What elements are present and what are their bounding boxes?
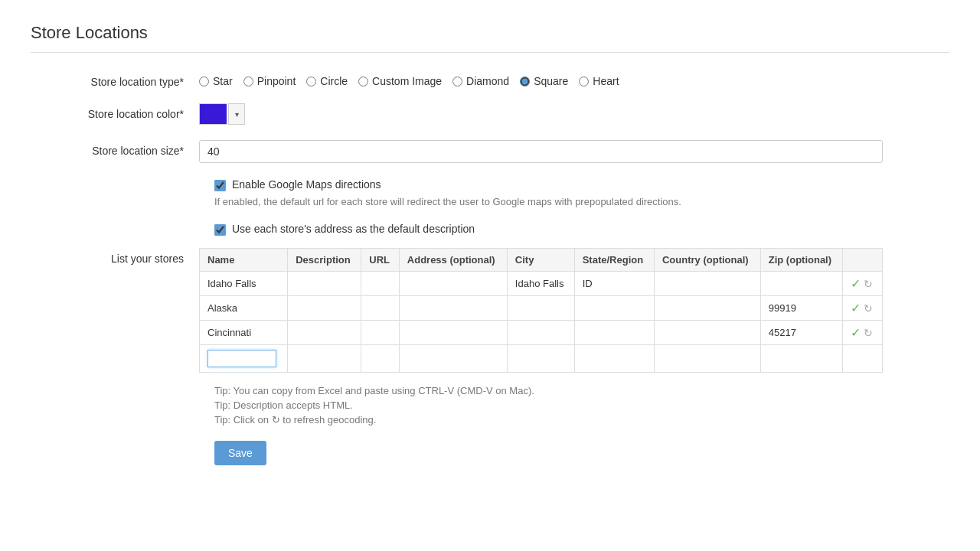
cell-state: ID — [574, 272, 654, 296]
radio-option-diamond[interactable]: Diamond — [452, 75, 509, 87]
cell-new-zip — [760, 345, 842, 373]
refresh-icon[interactable]: ↻ — [864, 278, 873, 290]
radio-heart[interactable] — [579, 77, 589, 86]
refresh-icon[interactable]: ↻ — [864, 327, 873, 339]
cell-country — [654, 321, 760, 345]
action-icons: ✓ ↻ — [851, 301, 874, 315]
cell-new-description — [288, 345, 361, 373]
col-url: URL — [361, 249, 400, 272]
col-description: Description — [288, 249, 361, 272]
cell-zip: 45217 — [760, 321, 842, 345]
google-maps-row: Enable Google Maps directions — [214, 178, 949, 191]
radio-option-square[interactable]: Square — [520, 75, 568, 87]
col-actions — [843, 249, 883, 272]
radio-option-star[interactable]: Star — [199, 75, 233, 87]
cell-name: Idaho Falls — [200, 272, 288, 296]
location-size-label: Store location size* — [46, 140, 199, 157]
cell-new-url — [361, 345, 400, 373]
radio-custom-image-label: Custom Image — [372, 75, 442, 87]
section-divider — [31, 52, 949, 53]
cell-url — [361, 296, 400, 321]
default-desc-label[interactable]: Use each store's address as the default … — [232, 223, 475, 235]
cell-actions: ✓ ↻ — [843, 296, 883, 321]
google-maps-checkbox[interactable] — [214, 180, 226, 191]
radio-diamond-label: Diamond — [466, 75, 509, 87]
color-picker-wrapper: ▾ — [199, 103, 949, 125]
radio-circle-label: Circle — [320, 75, 348, 87]
cell-state — [574, 321, 654, 345]
radio-pinpoint[interactable] — [243, 77, 253, 86]
save-row: Save — [214, 441, 949, 465]
color-swatch[interactable] — [199, 103, 227, 125]
save-button[interactable]: Save — [214, 441, 266, 465]
cell-new-city — [507, 345, 574, 373]
location-type-row: Store location type* Star Pinpoint Circl… — [46, 71, 949, 88]
col-address: Address (optional) — [399, 249, 507, 272]
cell-new-name — [200, 345, 288, 373]
check-icon[interactable]: ✓ — [851, 325, 861, 340]
location-type-label: Store location type* — [46, 71, 199, 88]
default-desc-checkbox[interactable] — [214, 224, 226, 236]
cell-new-country — [654, 345, 760, 373]
form-section: Store location type* Star Pinpoint Circl… — [46, 71, 949, 465]
radio-diamond[interactable] — [452, 77, 462, 86]
check-icon[interactable]: ✓ — [851, 276, 861, 291]
radio-custom-image[interactable] — [358, 77, 368, 86]
google-maps-label[interactable]: Enable Google Maps directions — [232, 178, 381, 191]
radio-option-heart[interactable]: Heart — [579, 75, 619, 87]
cell-city: Idaho Falls — [507, 272, 574, 296]
size-input-control — [199, 140, 949, 163]
new-name-input[interactable] — [207, 350, 276, 367]
cell-address — [399, 296, 507, 321]
stores-section-label: List your stores — [46, 248, 199, 265]
cell-new-actions — [843, 345, 883, 373]
refresh-tip-icon: ↻ — [272, 414, 280, 425]
dropdown-arrow-icon: ▾ — [235, 110, 239, 119]
color-dropdown-button[interactable]: ▾ — [228, 103, 245, 125]
stores-table: Name Description URL Address (optional) … — [199, 248, 883, 373]
cell-country — [654, 272, 760, 296]
stores-row: List your stores Name Description URL Ad… — [46, 248, 949, 373]
action-icons: ✓ ↻ — [851, 325, 874, 340]
col-name: Name — [200, 249, 288, 272]
radio-square[interactable] — [520, 77, 530, 86]
stores-table-wrapper: Name Description URL Address (optional) … — [199, 248, 949, 373]
location-color-row: Store location color* ▾ — [46, 103, 949, 125]
check-icon[interactable]: ✓ — [851, 301, 861, 315]
tip-2: Tip: Description accepts HTML. — [214, 399, 949, 411]
refresh-icon[interactable]: ↻ — [864, 302, 873, 315]
radio-star[interactable] — [199, 77, 209, 86]
page-container: Store Locations Store location type* Sta… — [0, 0, 980, 488]
radio-star-label: Star — [213, 75, 233, 87]
cell-city — [507, 296, 574, 321]
radio-group-location-type: Star Pinpoint Circle Custom Image Diamon… — [199, 71, 949, 87]
cell-address — [399, 321, 507, 345]
table-row: Alaska 99919 ✓ ↻ — [200, 296, 883, 321]
cell-new-address — [399, 345, 507, 373]
cell-zip: 99919 — [760, 296, 842, 321]
radio-heart-label: Heart — [593, 75, 619, 87]
location-color-label: Store location color* — [46, 103, 199, 120]
cell-name: Cincinnati — [200, 321, 288, 345]
radio-option-circle[interactable]: Circle — [306, 75, 348, 87]
cell-zip — [760, 272, 842, 296]
color-picker-control: ▾ — [199, 103, 949, 125]
radio-square-label: Square — [534, 75, 568, 87]
cell-description — [288, 272, 361, 296]
radio-pinpoint-label: Pinpoint — [257, 75, 296, 87]
radio-option-pinpoint[interactable]: Pinpoint — [243, 75, 296, 87]
cell-name: Alaska — [200, 296, 288, 321]
cell-description — [288, 321, 361, 345]
cell-country — [654, 296, 760, 321]
radio-circle[interactable] — [306, 77, 316, 86]
page-title: Store Locations — [31, 23, 949, 43]
cell-new-state — [574, 345, 654, 373]
tip-3: Tip: Click on ↻ to refresh geocoding. — [214, 414, 949, 425]
table-header-row: Name Description URL Address (optional) … — [200, 249, 883, 272]
default-desc-row: Use each store's address as the default … — [214, 223, 949, 236]
cell-url — [361, 272, 400, 296]
col-state: State/Region — [574, 249, 654, 272]
radio-option-custom-image[interactable]: Custom Image — [358, 75, 442, 87]
size-input[interactable] — [199, 140, 883, 163]
cell-url — [361, 321, 400, 345]
